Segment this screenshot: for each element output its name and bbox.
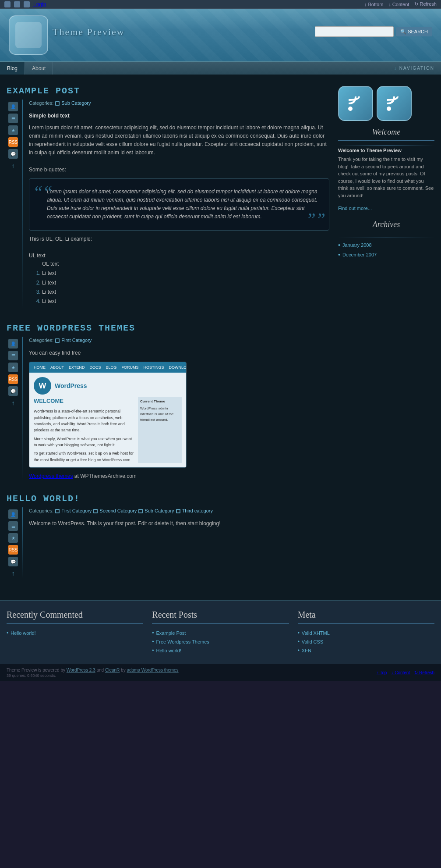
footer-post-link-3[interactable]: Hello world! [156,648,181,653]
footer-powered-text: Theme Preview is powered by [7,668,65,672]
footer-meta-item-2: Valid CSS [298,637,434,646]
footer-meta-item-1: Valid XHTML [298,629,434,637]
welcome-body: Thank you for taking the time to visit m… [338,156,434,199]
category-link-3b[interactable]: Second Category [99,507,137,515]
archive-dec-link[interactable]: December 2007 [342,252,377,257]
sidebar-welcome-title: Welcome [338,128,434,141]
categories-label-3: Categories: [29,507,53,515]
cleaner-link[interactable]: CleanR [105,668,120,672]
wp-screenshot: HOME ABOUT EXTEND DOCS BLOG FORUMS HOSTI… [29,362,187,468]
svg-point-1 [387,107,391,111]
wp-nav-download[interactable]: DOWNLOAD [167,363,187,371]
logo-inner [15,22,42,48]
category-link-2[interactable]: First Category [61,337,92,345]
top-icon-2 [14,1,20,7]
wordpress-link[interactable]: WordPress 2.3 [67,668,95,672]
bquotes-label: Some b-quotes: [29,166,329,174]
footer-meta-item-3: XFN [298,646,434,655]
wp-body-text: WordPress is a state-of-the-art semantic… [34,408,134,434]
post-blockquote: Lorem ipsum dolor sit amet, consectetur … [29,178,329,231]
search-input[interactable] [315,26,394,37]
footer-col-commented: Recently Commented Hello world! [7,610,143,655]
footer-col-posts: Recent Posts Example Post Free Wordpress… [152,610,289,655]
archive-list: January 2008 December 2007 [338,240,434,260]
find-out-more-link[interactable]: Find out more... [338,206,372,211]
footer-meta-link-1[interactable]: Valid XHTML [302,630,330,636]
post-icons-1: 👤 ☰ ★ RSS 💬 ↑ [7,100,20,310]
sidebar: Welcome Welcome to Theme Preview Thank y… [338,86,434,591]
post-meta-3: Categories: First Category Second Catego… [29,507,329,515]
top-bar: Login ↓ Bottom ↓ Content ↻ Refresh [0,0,441,9]
nav-arrow-icon: ↓ [394,66,397,71]
wp-right: Current Theme WordPress admin interface … [138,397,182,463]
footer-post-link-1[interactable]: Example Post [156,630,186,636]
wp-welcome-heading: WELCOME [34,397,134,406]
nav-tabs: Blog About [0,62,53,75]
wp-nav-home[interactable]: HOME [32,363,48,371]
wp-nav-hostings[interactable]: HOSTINGS [141,363,166,371]
author-icon-2: 👤 [8,339,18,349]
wp-body-text-2: More simply, WordPress is what you use w… [34,436,134,448]
footer-by-text: by [121,668,126,672]
wp-nav-docs[interactable]: DOCS [88,363,103,371]
up-icon-3[interactable]: ↑ [8,569,18,578]
footer-commented-item-1: Hello world! [7,629,143,637]
footer-and-text: and [96,668,104,672]
content-area: EXAMPLE POST 👤 ☰ ★ RSS 💬 ↑ Categories: S… [7,86,329,591]
footer-refresh-link[interactable]: ↻ Refresh [414,670,434,675]
tab-blog[interactable]: Blog [0,62,25,75]
search-icon: 🔍 [400,29,406,35]
category-link-3a[interactable]: First Category [61,507,92,515]
post-body-1: Categories: Sub Category Simple bold tex… [25,100,329,310]
wp-nav-blog[interactable]: BLOG [104,363,119,371]
footer-commented-list: Hello world! [7,629,143,637]
login-link[interactable]: Login [33,1,46,7]
archive-jan-link[interactable]: January 2008 [342,242,372,248]
wp-left: WELCOME WordPress is a state-of-the-art … [34,397,134,463]
post-container-1: 👤 ☰ ★ RSS 💬 ↑ Categories: Sub Category S… [7,100,329,310]
category-icon-2: ☰ [8,351,18,360]
bottom-link[interactable]: ↓ Bottom [364,2,383,7]
rss-icon-large-1 [338,86,373,121]
footer-post-link-2[interactable]: Free Wordpress Themes [156,639,209,644]
categories-label-1: Categories: [29,100,53,107]
search-button[interactable]: 🔍 SEARCH [396,27,432,36]
wp-link-suffix: at WPThemesArchive.com [73,473,136,479]
footer-commented-link-1[interactable]: Hello world! [11,630,35,636]
footer-post-item-1: Example Post [152,629,289,637]
nav-bar: Blog About ↓ NAVIGATION [0,61,441,75]
footer-meta-link-3[interactable]: XFN [302,648,311,653]
category-link-1[interactable]: Sub Category [61,100,91,107]
wp-nav-about[interactable]: ABOUT [48,363,66,371]
category-icon-1 [55,101,60,106]
up-icon[interactable]: ↑ [8,161,18,171]
rss-icon-2: RSS [8,374,18,384]
sidebar-section-archives: Archives January 2008 December 2007 [338,220,434,260]
list-label: This is UL, OL, Li example: [29,235,329,243]
wp-logo: W [34,377,51,395]
footer-posts-title: Recent Posts [152,610,289,624]
tab-about[interactable]: About [25,62,53,75]
li-4: Li text [42,297,329,306]
header: Theme Preview 🔍 SEARCH [0,9,441,61]
post-container-2: 👤 ☰ ★ RSS 💬 ↑ Categories: First Category… [7,337,329,480]
post-body-2: Categories: First Category You can easy … [25,337,329,480]
wp-themes-link[interactable]: Wordpress themes [29,473,73,479]
footer-meta-link-2[interactable]: Valid CSS [302,639,323,644]
welcome-title-text: Welcome [372,128,400,136]
category-link-3d[interactable]: Third category [182,507,213,515]
sidebar-section-welcome: Welcome Welcome to Theme Preview Thank y… [338,128,434,211]
wp-title: WordPress [55,381,87,391]
adam-link[interactable]: adama WordPress themes [127,668,178,672]
content-link[interactable]: ↓ Content [388,2,409,7]
wp-nav: HOME ABOUT EXTEND DOCS BLOG FORUMS HOSTI… [29,362,186,373]
category-link-3c[interactable]: Sub Category [145,507,174,515]
cat-sym-3b [93,509,98,513]
wp-nav-forums[interactable]: FORUMS [120,363,141,371]
query-info: 39 queries: 0.6040 seconds. [7,673,179,678]
footer-content-link[interactable]: ↓ Content [391,670,410,675]
refresh-link[interactable]: ↻ Refresh [414,1,437,7]
up-icon-2[interactable]: ↑ [8,398,18,408]
wp-nav-extend[interactable]: EXTEND [67,363,87,371]
footer-top-link[interactable]: ↑ Top [377,670,387,675]
